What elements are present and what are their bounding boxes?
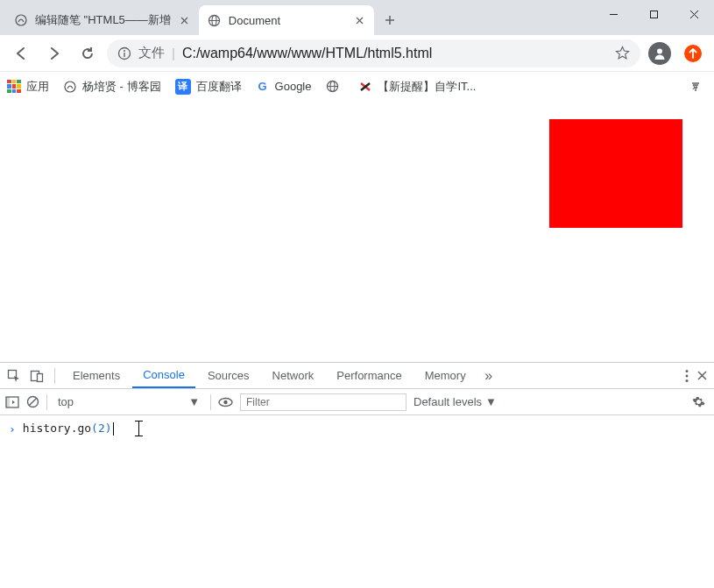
console-sidebar-toggle-icon[interactable] bbox=[5, 396, 19, 408]
svg-rect-16 bbox=[124, 53, 124, 57]
tab-title: 编辑随笔 "HTML5——新增 bbox=[35, 12, 171, 28]
forward-button[interactable] bbox=[40, 39, 68, 67]
devtools-tab-elements[interactable]: Elements bbox=[62, 363, 131, 388]
browser-tab-1[interactable]: Document bbox=[199, 5, 374, 35]
back-button[interactable] bbox=[7, 39, 35, 67]
bookmark-favicon bbox=[63, 80, 77, 94]
extension-icon[interactable] bbox=[679, 39, 707, 67]
url-separator: | bbox=[172, 46, 175, 60]
window-maximize-button[interactable] bbox=[633, 0, 674, 28]
baidu-fanyi-icon: 译 bbox=[175, 79, 191, 95]
bookmark-label: 百度翻译 bbox=[196, 79, 242, 95]
bookmarks-bar: 应用 杨培贤 - 博客园 译 百度翻译 G Google 【新提醒】自学IT..… bbox=[0, 72, 714, 102]
window-minimize-button[interactable] bbox=[593, 0, 633, 28]
devtools-menu-icon[interactable] bbox=[685, 369, 689, 383]
bookmarks-overflow-icon[interactable]: » bbox=[689, 81, 707, 93]
log-levels-select[interactable]: Default levels ▼ bbox=[414, 395, 497, 408]
bookmark-label: 【新提醒】自学IT... bbox=[378, 79, 476, 95]
dropdown-triangle-icon: ▼ bbox=[485, 395, 497, 408]
apps-button[interactable]: 应用 bbox=[7, 79, 49, 95]
console-body[interactable]: › history.go(2) bbox=[0, 415, 714, 588]
text-cursor-icon bbox=[133, 421, 145, 436]
bookmark-label: Google bbox=[275, 80, 312, 93]
tab-favicon-globe bbox=[208, 13, 222, 27]
context-label: top bbox=[58, 395, 74, 408]
svg-point-4 bbox=[16, 15, 26, 25]
bookmark-favicon bbox=[358, 80, 372, 94]
google-icon: G bbox=[256, 80, 270, 94]
devtools-overflow-icon[interactable]: » bbox=[478, 368, 499, 384]
console-prompt-icon: › bbox=[9, 422, 16, 436]
live-expression-icon[interactable] bbox=[218, 397, 233, 407]
url-prefix: 文件 bbox=[138, 45, 165, 61]
devtools-tab-console[interactable]: Console bbox=[132, 363, 195, 388]
browser-tab-0[interactable]: 编辑随笔 "HTML5——新增 bbox=[5, 5, 199, 35]
reload-button[interactable] bbox=[74, 39, 102, 67]
bookmark-star-icon[interactable] bbox=[615, 46, 630, 60]
site-info-icon[interactable]: 文件 | bbox=[117, 45, 175, 61]
devtools-tab-sources[interactable]: Sources bbox=[197, 363, 260, 388]
device-toolbar-icon[interactable] bbox=[26, 369, 47, 383]
window-close-button[interactable] bbox=[674, 0, 714, 28]
svg-line-36 bbox=[29, 398, 37, 406]
page-viewport bbox=[0, 102, 714, 363]
console-input-line[interactable]: › history.go(2) bbox=[0, 419, 714, 438]
bookmark-label: 杨培贤 - 博客园 bbox=[82, 79, 161, 95]
devtools-tabbar: Elements Console Sources Network Perform… bbox=[0, 363, 714, 389]
devtools-tab-network[interactable]: Network bbox=[262, 363, 325, 388]
levels-label: Default levels bbox=[414, 395, 482, 408]
devtools-tab-performance[interactable]: Performance bbox=[326, 363, 412, 388]
console-settings-icon[interactable] bbox=[692, 395, 709, 408]
svg-point-38 bbox=[223, 400, 227, 403]
tab-close-icon[interactable] bbox=[178, 13, 192, 27]
svg-point-18 bbox=[65, 81, 75, 92]
globe-icon bbox=[325, 80, 339, 94]
bookmark-item-2[interactable]: G Google bbox=[256, 80, 312, 94]
devtools-panel: Elements Console Sources Network Perform… bbox=[0, 363, 714, 588]
new-tab-button[interactable] bbox=[378, 8, 402, 32]
dropdown-triangle-icon: ▼ bbox=[188, 395, 200, 408]
profile-avatar[interactable] bbox=[646, 39, 674, 67]
devtools-tab-memory[interactable]: Memory bbox=[414, 363, 477, 388]
svg-text:»: » bbox=[692, 81, 698, 93]
bookmark-item-0[interactable]: 杨培贤 - 博客园 bbox=[63, 79, 161, 95]
svg-rect-1 bbox=[650, 11, 657, 18]
devtools-close-icon[interactable] bbox=[697, 371, 707, 380]
svg-point-28 bbox=[686, 370, 689, 372]
inspect-element-icon[interactable] bbox=[4, 369, 25, 383]
svg-point-30 bbox=[686, 379, 689, 382]
svg-point-29 bbox=[686, 374, 689, 377]
execution-context-select[interactable]: top ▼ bbox=[54, 393, 203, 411]
console-toolbar: top ▼ Default levels ▼ bbox=[0, 389, 714, 415]
toolbar: 文件 | C:/wamp64/www/www/HTML/html5.html bbox=[0, 35, 714, 72]
bookmark-item-1[interactable]: 译 百度翻译 bbox=[175, 79, 242, 95]
bookmark-item-4[interactable]: 【新提醒】自学IT... bbox=[358, 79, 476, 95]
console-input-text: history.go(2) bbox=[23, 422, 114, 436]
apps-grid-icon bbox=[7, 80, 21, 94]
svg-point-15 bbox=[124, 50, 125, 52]
svg-point-17 bbox=[657, 48, 662, 53]
svg-rect-34 bbox=[6, 397, 10, 407]
console-filter-input[interactable] bbox=[240, 393, 406, 411]
tab-title: Document bbox=[229, 14, 346, 27]
bookmark-item-3[interactable] bbox=[325, 80, 344, 94]
apps-label: 应用 bbox=[26, 79, 49, 95]
url-text: C:/wamp64/www/www/HTML/html5.html bbox=[182, 46, 608, 61]
tab-favicon-cnblogs bbox=[14, 13, 28, 27]
clear-console-icon[interactable] bbox=[26, 395, 39, 408]
svg-rect-27 bbox=[38, 373, 43, 381]
tab-close-icon[interactable] bbox=[353, 13, 367, 27]
address-bar[interactable]: 文件 | C:/wamp64/www/www/HTML/html5.html bbox=[107, 39, 640, 67]
red-box bbox=[549, 119, 682, 228]
